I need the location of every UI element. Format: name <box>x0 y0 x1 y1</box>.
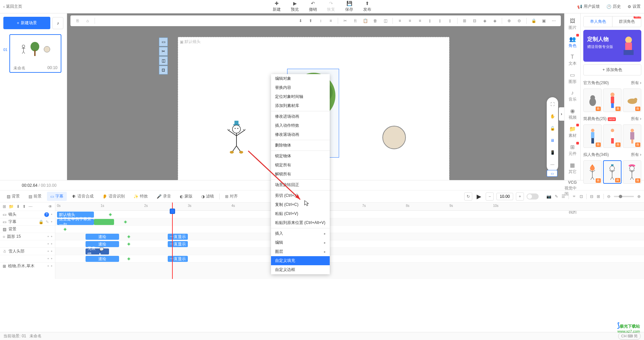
more-icon[interactable]: ⋯ <box>549 161 556 168</box>
dist-v-icon[interactable]: ⊟ <box>470 16 479 25</box>
expand-panel-button[interactable]: › <box>559 107 564 121</box>
crop-icon[interactable]: ◫ <box>381 16 390 25</box>
tab-group-char[interactable]: 群演角色NEW <box>612 16 641 27</box>
hand-icon[interactable]: ✋ <box>549 113 556 120</box>
align-h3-icon[interactable]: ⫿ <box>446 16 454 25</box>
tab-background[interactable]: ▨ 背景 <box>3 192 23 201</box>
ctx-cut[interactable]: 剪切 (Ctrl+X) <box>271 191 330 200</box>
all-link[interactable]: 所有 › <box>631 152 641 158</box>
zoom-out-icon[interactable]: ⊖ <box>607 194 610 199</box>
device-mobile-icon[interactable]: 📱 <box>549 149 556 156</box>
keyframe[interactable] <box>127 257 130 261</box>
camera-icon[interactable]: 📷 <box>546 194 551 199</box>
scene-item[interactable]: 01 未命名 00:10 <box>3 34 63 73</box>
preview-badge[interactable]: ▭ <box>547 170 557 177</box>
redo-button[interactable]: ↷恢复 <box>327 1 335 12</box>
eye-icon[interactable]: 👁 <box>48 204 52 209</box>
paste-icon[interactable]: 📋 <box>361 16 370 25</box>
ctx-layer-submenu[interactable]: 图层▸ <box>271 247 330 256</box>
keyframe[interactable] <box>127 242 130 246</box>
char-item[interactable]: 商 <box>623 160 641 184</box>
track-circle[interactable]: ○圆形 15•• <box>0 233 55 240</box>
undo-button[interactable]: ↶撤销 <box>309 1 317 12</box>
keyframe[interactable] <box>63 227 67 231</box>
cat-music[interactable]: ♪音乐 <box>565 89 580 104</box>
ctx-modify-exit[interactable]: 修改退场动画 <box>271 130 330 139</box>
delete-icon[interactable]: 🗑 <box>371 16 380 25</box>
expand-icon[interactable]: ⊞ <box>597 194 600 199</box>
ctx-edit-object[interactable]: 编辑对象 <box>271 74 330 83</box>
keyframe[interactable] <box>127 235 130 238</box>
scene-thumbnail[interactable]: 未命名 00:10 <box>9 34 61 73</box>
cat-shape[interactable]: ▭图形 <box>565 70 580 86</box>
clip-show[interactable]: 一直显示 <box>168 256 188 262</box>
char-item[interactable]: 商 <box>603 89 622 112</box>
align-center-icon[interactable]: ≡ <box>406 16 414 25</box>
keyframe[interactable] <box>123 220 127 224</box>
track-row-bg[interactable] <box>55 225 644 233</box>
ctx-lock-object[interactable]: 锁定物体 <box>271 152 330 161</box>
tab-single-char[interactable]: 单人角色 <box>584 16 612 27</box>
circle-object[interactable] <box>382 126 406 149</box>
ctx-insert-effect[interactable]: 插入动作特效 <box>271 121 330 130</box>
cat-component[interactable]: ⊞元件 <box>565 143 580 158</box>
tab-tts[interactable]: 🗣 语音合成 <box>69 192 97 201</box>
add-icon[interactable]: ⊞ <box>3 204 6 209</box>
track-empty2[interactable]: •• <box>0 255 55 262</box>
playhead-handle[interactable] <box>170 209 175 214</box>
cat-text[interactable]: T文本 <box>565 53 580 68</box>
tab-asr[interactable]: 👂 语音识别 <box>99 192 128 201</box>
tab-fx[interactable]: ✨ 特效 <box>130 192 151 201</box>
clip-speed[interactable]: 速绘 <box>86 256 119 262</box>
tab-filter[interactable]: ◑ 滤镜 <box>198 192 217 201</box>
align-right-icon[interactable]: ≡ <box>416 16 424 25</box>
settings-button[interactable]: ⚙设置 <box>628 4 641 9</box>
char-item-selected[interactable]: 商 <box>603 160 622 184</box>
music-button[interactable]: ♪ <box>52 17 63 29</box>
more-icon[interactable]: ⋯ <box>29 204 33 209</box>
track-row-e1[interactable]: 速绘 一直显示 <box>55 240 644 247</box>
dist-h-icon[interactable]: ⊞ <box>460 16 469 25</box>
shape-tool[interactable]: ◫ <box>159 56 168 65</box>
play-button[interactable]: ▶ <box>475 192 483 201</box>
clip-show[interactable]: 一直显示 <box>168 241 188 247</box>
misc-tool[interactable]: ⊡ <box>159 66 168 74</box>
cat-vcg[interactable]: VCG视觉中国 <box>565 179 580 198</box>
ctx-delete[interactable]: 删除物体 <box>271 141 330 150</box>
select-tool[interactable]: ▭ <box>159 38 168 46</box>
clip-show[interactable]: 一直显示 <box>168 234 188 240</box>
ctx-paste-in-place[interactable]: 粘贴到原来位置 (Ctrl+Alt+V) <box>271 218 330 227</box>
zoom-in-icon[interactable]: ⊕ <box>505 16 514 25</box>
timeline-tracks[interactable]: 0s 1s 2s 3s 4s 5s 6s 7s 8s 9s 10s 默认镜头 这… <box>55 203 644 279</box>
duration-input[interactable] <box>496 193 513 200</box>
track-snowman[interactable]: ☃雪人头部•• <box>0 247 55 255</box>
layers-icon[interactable]: ▣ <box>539 16 548 25</box>
duration-plus[interactable]: + <box>516 192 524 201</box>
ctx-copy[interactable]: 复制 (Ctrl+C) <box>271 200 330 209</box>
ctx-edit-submenu[interactable]: 编辑▸ <box>271 238 330 247</box>
tool-a-icon[interactable]: ◈ <box>480 16 489 25</box>
cut-icon[interactable]: ✂ <box>341 16 350 25</box>
char-item[interactable]: 商 <box>603 124 622 148</box>
home-button[interactable]: ⌂ <box>83 16 92 25</box>
align-vcenter-icon[interactable]: ↕ <box>316 16 325 25</box>
new-button[interactable]: ✚新建 <box>273 1 281 12</box>
ctx-replace-content[interactable]: 替换内容 <box>271 83 330 92</box>
align-bottom-icon[interactable]: ⬇ <box>296 16 305 25</box>
promo-card[interactable]: 定制人物 赠送骨骼专业版 <box>583 30 641 62</box>
snowman-object[interactable] <box>226 121 247 154</box>
ctx-reset-rotation[interactable]: 场景旋转回正 <box>271 180 330 189</box>
ctx-custom-fill[interactable]: 自定义填充 <box>271 256 330 265</box>
ctx-insert-submenu[interactable]: 插入▸ <box>271 229 330 238</box>
tool-b-icon[interactable]: ◈ <box>490 16 499 25</box>
cat-other[interactable]: ▦其它 <box>565 161 580 176</box>
ctx-modify-enter[interactable]: 修改进场动画 <box>271 112 330 121</box>
ctx-unlock-all[interactable]: 解锁所有 <box>271 170 330 179</box>
cat-assets[interactable]: 📁素材 <box>565 124 580 140</box>
loop-button[interactable]: ↻ <box>464 192 472 201</box>
track-plant[interactable]: ⊞植物,乔木,草木•• <box>0 262 55 270</box>
track-row-snowman[interactable]: 无表情 💬 ▸ <box>55 247 644 255</box>
history-button[interactable]: 🕐历史 <box>606 4 621 9</box>
track-row-e2[interactable]: 速绘 一直显示 <box>55 255 644 262</box>
back-home-link[interactable]: ‹ 返回主页 <box>3 4 22 9</box>
